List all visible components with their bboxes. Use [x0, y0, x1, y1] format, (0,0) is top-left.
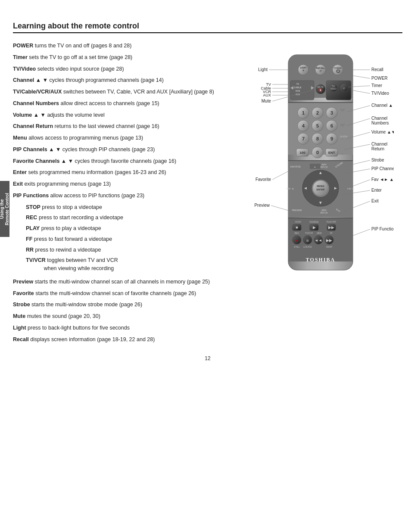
svg-text:REW: REW — [317, 232, 322, 234]
label-channel: Channel ▲ ▼ — [13, 77, 48, 83]
label-favorite: Favorite — [13, 290, 34, 296]
desc-channel: Channel ▲ ▼ cycles through programmed ch… — [13, 76, 220, 84]
svg-text:▲: ▲ — [314, 165, 316, 168]
desc-preview: Preview starts the multi-window channel … — [13, 278, 220, 286]
svg-text:Timer: Timer — [371, 83, 383, 88]
svg-text:8: 8 — [316, 136, 319, 141]
svg-text:5: 5 — [316, 123, 319, 128]
label-tvvcr: TV/VCR — [26, 257, 46, 263]
svg-line-131 — [351, 90, 370, 93]
desc-channelnums: Channel Numbers allow direct access to c… — [13, 100, 220, 108]
svg-text:▲: ▲ — [318, 170, 323, 175]
desc-mute: Mute mutes the sound (page 20, 30) — [13, 312, 220, 320]
text-chreturn: returns to the last viewed channel (page… — [55, 123, 159, 129]
desc-tvvideo: TV/Video selects video input source (pag… — [13, 65, 220, 73]
desc-timer: Timer sets the TV to go off at a set tim… — [13, 53, 220, 62]
page-title: Learning about the remote control — [13, 22, 402, 33]
label-mute: Mute — [13, 313, 25, 319]
svg-rect-28 — [288, 102, 353, 103]
svg-text:▶▶: ▶▶ — [326, 238, 332, 243]
desc-volume: Volume ▲ ▼ adjusts the volume level — [13, 111, 220, 119]
label-power: POWER — [13, 43, 33, 49]
svg-text:■: ■ — [296, 225, 298, 230]
text-ff: press to fast forward a videotape — [34, 236, 112, 242]
svg-rect-59 — [288, 160, 353, 161]
svg-text:SWAP: SWAP — [326, 246, 333, 248]
svg-line-153 — [353, 229, 370, 236]
text-mute: mutes the sound (page 20, 30) — [27, 313, 100, 319]
desc-favorite: Favorite starts the multi-window channel… — [13, 289, 220, 298]
desc-power: POWER turns the TV on and off (pages 8 a… — [13, 42, 220, 50]
text-tvcable: switches between TV, Cable, VCR and AUX … — [63, 89, 214, 95]
svg-text:CABLE: CABLE — [294, 86, 302, 89]
text-channelnums: allow direct access to channels (page 15… — [60, 100, 159, 106]
svg-text:TV/Video: TV/Video — [371, 91, 389, 96]
svg-text:🔇: 🔇 — [318, 88, 323, 92]
svg-text:Exit: Exit — [371, 199, 379, 203]
svg-text:FAVORITE: FAVORITE — [290, 165, 301, 168]
svg-text:AUX: AUX — [296, 93, 300, 96]
svg-text:0: 0 — [316, 150, 319, 155]
desc-strobe: Strobe starts the multi-window strobe mo… — [13, 301, 220, 309]
label-timer: Timer — [13, 54, 28, 60]
svg-text:Fav ◄► ▲▼: Fav ◄► ▲▼ — [371, 177, 394, 182]
svg-text:FAV ◄: FAV ◄ — [286, 187, 294, 190]
label-rr: RR — [26, 247, 34, 253]
text-rec: press to start recording a videotape — [39, 215, 123, 221]
svg-text:LOCATE: LOCATE — [303, 246, 312, 248]
svg-text:Channel ▲▼: Channel ▲▼ — [371, 103, 394, 108]
text-rr: press to rewind a videotape — [35, 247, 101, 253]
text-favch: cycles through favorite channels (page 1… — [75, 158, 177, 164]
remote-svg: LIGHT ☀ RECALL ↺ POWER ⏻ TV CABLE VCR AU… — [247, 42, 394, 305]
svg-text:7: 7 — [302, 136, 305, 141]
text-power: turns the TV on and off (pages 8 and 28) — [35, 43, 132, 49]
desc-chreturn: Channel Return returns to the last viewe… — [13, 122, 220, 131]
svg-text:TV/: TV/ — [332, 85, 335, 87]
svg-text:ENT: ENT — [328, 151, 335, 155]
desc-stop: STOP press to stop a videotape — [26, 203, 220, 212]
text-favorite: starts the multi-window channel scan of … — [35, 290, 196, 296]
svg-text:●: ● — [296, 239, 298, 243]
text-play: press to play a videotape — [41, 225, 101, 231]
svg-text:STILL: STILL — [294, 246, 300, 248]
svg-text:STOP: STOP — [295, 221, 301, 223]
svg-text:FF: FF — [330, 232, 333, 234]
text-volume: adjusts the volume level — [47, 112, 104, 118]
text-strobe: starts the multi-window strobe mode (pag… — [31, 302, 142, 308]
svg-text:Channel: Channel — [371, 116, 387, 121]
text-tvvideo: selects video input source (page 28) — [37, 66, 124, 72]
text-timer: sets the TV to go off at a set time (pag… — [29, 54, 132, 60]
text-pipfunc: allow access to PIP functions (page 23) — [50, 193, 145, 199]
label-volume: Volume ▲ ▼ — [13, 112, 46, 118]
label-enter: Enter — [13, 169, 27, 175]
svg-text:AUX: AUX — [263, 93, 271, 97]
svg-text:Favorite: Favorite — [255, 177, 271, 182]
right-column: LIGHT ☀ RECALL ↺ POWER ⏻ TV CABLE VCR AU… — [247, 42, 402, 300]
desc-recall: Recall displays screen information (page… — [13, 336, 220, 344]
svg-text:TV/VCR: TV/VCR — [305, 232, 313, 234]
svg-text:1: 1 — [302, 110, 305, 115]
svg-rect-12 — [290, 81, 314, 100]
svg-text:Light: Light — [258, 67, 268, 72]
svg-text:Numbers: Numbers — [371, 121, 389, 125]
svg-text:PIP CH: PIP CH — [321, 212, 328, 214]
label-menu: Menu — [13, 135, 27, 141]
svg-text:►: ► — [333, 186, 338, 190]
label-exit: Exit — [13, 181, 23, 187]
label-channelnums: Channel Numbers — [13, 100, 59, 106]
svg-text:Preview: Preview — [254, 203, 270, 208]
label-chreturn: Channel Return — [13, 123, 53, 129]
svg-text:Return: Return — [371, 146, 384, 151]
svg-text:▼: ▼ — [318, 200, 323, 205]
svg-text:9: 9 — [330, 136, 333, 141]
text-pipch: cycles through PIP channels (page 23) — [62, 146, 155, 152]
remote-diagram: LIGHT ☀ RECALL ↺ POWER ⏻ TV CABLE VCR AU… — [247, 42, 394, 300]
svg-text:ENTER: ENTER — [317, 188, 325, 191]
label-play: PLAY — [26, 225, 40, 231]
svg-text:⏱: ⏱ — [343, 87, 346, 90]
label-stop: STOP — [26, 204, 40, 210]
desc-light: Light press to back-light buttons for fi… — [13, 324, 220, 332]
svg-text:PIP Channel ▲▼: PIP Channel ▲▼ — [371, 166, 394, 171]
label-rec: REC — [26, 215, 37, 221]
svg-text:▶: ▶ — [313, 225, 316, 230]
